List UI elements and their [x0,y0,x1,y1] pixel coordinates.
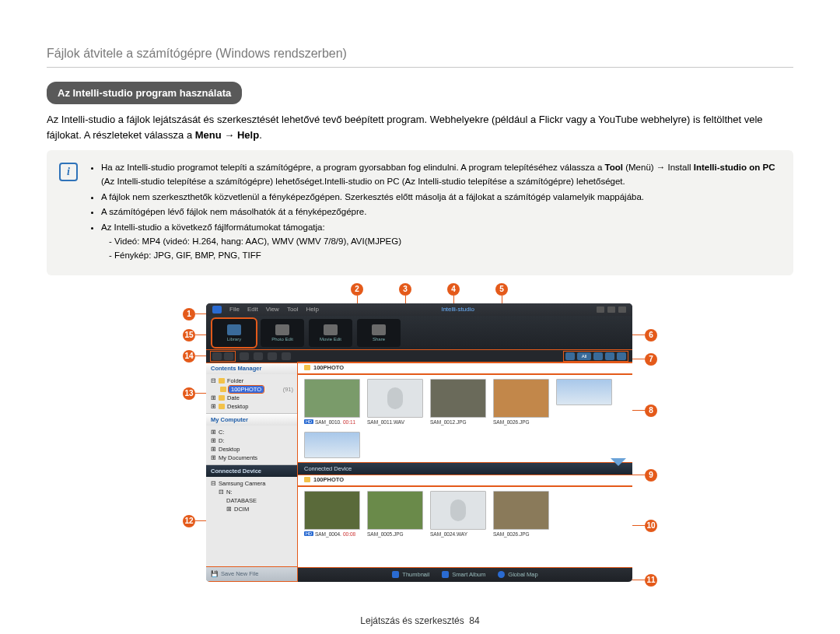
filter-all-button[interactable]: All [577,352,591,360]
note1-tool: Tool [605,163,623,172]
intro-menu-help: Menu → Help [195,129,259,141]
sidebar-mycomputer-header[interactable]: My Computer [206,414,298,426]
tree-dcim[interactable]: ⊞DCIM [211,505,293,513]
forward-button[interactable] [224,352,233,360]
save-new-file-button[interactable]: 💾Save New File [206,567,298,581]
thumb-name: SAM_0026.JPG [493,531,530,537]
list-item[interactable]: SAM_0026.JPG [493,491,549,537]
mode-photoedit-button[interactable]: Photo Edit [261,319,304,347]
mode-share-button[interactable]: Share [357,319,401,347]
tree-drive-d[interactable]: ⊞D: [211,436,293,445]
note-list: Ha az Intelli-studio programot telepíti … [89,161,782,264]
thumb-image [493,379,549,418]
tree-drive-c[interactable]: ⊞C: [211,428,293,436]
tree-label: My Documents [219,454,257,461]
tb-icon[interactable] [282,352,291,360]
tree-label-selected: 100PHOTO [229,386,264,393]
sidebar: Contents Manager ⊟Folder 100PHOTO(91) ⊞D… [206,363,298,582]
tree-folder[interactable]: ⊟Folder [211,377,293,385]
list-item[interactable]: SAM_0012.JPG [430,379,486,425]
folder-icon [219,404,225,409]
tab-globalmap[interactable]: Global Map [498,571,537,578]
callout-num: 13 [183,387,195,400]
list-item[interactable] [556,379,612,425]
thumbnail-grid-top: HDSAM_0010.00:11 SAM_0011.WAV SAM_0012.J… [298,374,632,463]
filter-video-icon[interactable] [605,352,614,360]
tree-mydocs[interactable]: ⊞My Documents [211,454,293,462]
toolbar: All [206,350,632,363]
globe-icon [498,571,505,578]
tree-label: Desktop [227,403,249,410]
thumb-image [304,432,360,458]
list-item[interactable]: SAM_0005.JPG [367,491,423,537]
menu-view[interactable]: View [266,306,279,313]
filter-group: All [564,352,628,361]
thumb-image [556,379,612,405]
breadcrumb-bottom: 100PHOTO [298,475,632,486]
tree-label: DATABASE [226,497,257,504]
list-item[interactable]: HDSAM_0004.00:08 [304,491,360,537]
tree-date[interactable]: ⊞Date [211,394,293,402]
menu-file[interactable]: File [229,306,240,313]
thumb-image [304,491,360,530]
filter-audio-icon[interactable] [617,352,626,360]
thumb-image [304,379,360,418]
list-item[interactable]: HDSAM_0010.00:11 [304,379,360,425]
view-tabs: Thumbnail Smart Album Global Map [298,568,632,582]
filter-new-icon[interactable] [565,352,575,360]
callout-num: 8 [645,405,657,417]
tab-smartalbum[interactable]: Smart Album [442,571,485,578]
note-item-install: Ha az Intelli-studio programot telepíti … [101,161,782,189]
list-item[interactable]: SAM_0026.JPG [493,379,549,425]
app-window: File Edit View Tool Help Intelli-studio … [206,303,632,582]
tree-100photo[interactable]: 100PHOTO(91) [211,385,293,394]
callout-num: 9 [645,469,657,482]
sidebar-connected-device-header[interactable]: Connected Device [206,465,298,477]
window-maximize-button[interactable] [607,306,615,313]
tree-camera[interactable]: ⊟Samsung Camera [211,479,293,488]
menu-edit[interactable]: Edit [247,306,258,313]
tab-label: Smart Album [452,571,485,578]
album-icon [442,571,449,578]
app-icon [212,306,222,313]
mode-library-button[interactable]: Library [212,319,256,347]
thumb-name: SAM_0026.JPG [493,419,530,425]
breadcrumb-top: 100PHOTO [298,363,632,374]
tree-label: Samsung Camera [219,480,265,487]
tb-icon[interactable] [240,352,249,360]
filter-photo-icon[interactable] [593,352,603,360]
tb-icon[interactable] [254,352,263,360]
sidebar-contents-manager-header[interactable]: Contents Manager [206,363,298,374]
device-tree: ⊟Samsung Camera ⊟N: DATABASE ⊞DCIM [206,477,298,516]
mode-movieedit-button[interactable]: Movie Edit [309,319,352,347]
grid-icon [392,571,399,578]
tree-drive-n[interactable]: ⊟N: [211,488,293,496]
note-item-noedit: A fájlok nem szerkeszthetők közvetlenül … [101,191,782,205]
connected-device-bar[interactable]: Connected Device [298,463,632,475]
mode-label: Movie Edit [320,337,341,342]
list-item[interactable]: SAM_0024.WAY [430,491,486,537]
tree-desktop[interactable]: ⊞Desktop [211,402,293,411]
hd-badge: HD [304,419,313,424]
note1-b: (Menü) → Install [623,163,694,172]
window-minimize-button[interactable] [597,306,604,313]
note4-photo: - Fénykép: JPG, GIF, BMP, PNG, TIFF [109,249,782,263]
tb-icon[interactable] [268,352,277,360]
tab-label: Thumbnail [402,571,429,578]
tab-thumbnail[interactable]: Thumbnail [392,571,429,578]
list-item[interactable] [304,432,360,458]
menu-tool[interactable]: Tool [287,306,299,313]
thumb-audio-icon [367,379,423,418]
list-item[interactable]: SAM_0011.WAV [367,379,423,425]
note1-a: Ha az Intelli-studio programot telepíti … [101,163,605,172]
tree-database[interactable]: DATABASE [211,496,293,505]
tree-label: C: [219,429,225,436]
menu-help[interactable]: Help [306,306,319,313]
note1-is: Intelli-studio on PC [694,163,775,172]
window-close-button[interactable] [618,306,626,313]
callout-num: 2 [351,283,363,296]
callout-num: 3 [399,283,411,296]
tree-desktop2[interactable]: ⊞Desktop [211,445,293,454]
callout-num: 11 [645,574,657,587]
back-button[interactable] [212,352,222,360]
